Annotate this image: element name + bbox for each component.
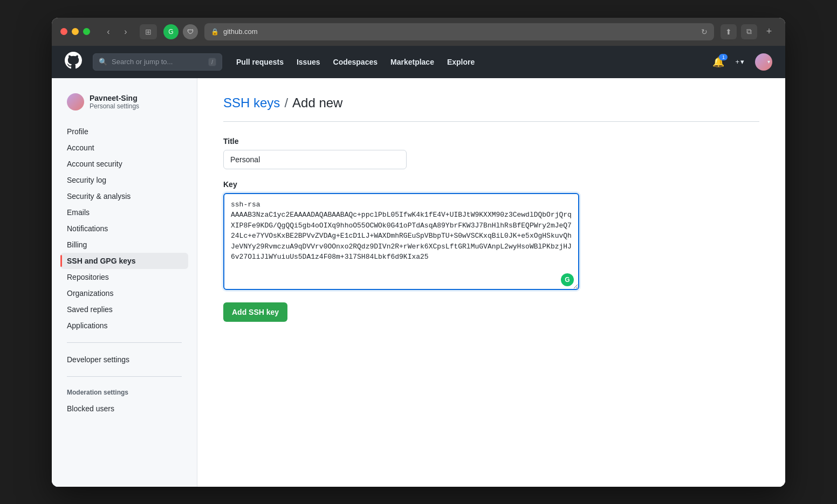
search-bar[interactable]: 🔍 Search or jump to... / <box>93 53 222 71</box>
sidebar-item-developer-settings[interactable]: Developer settings <box>60 351 188 368</box>
plus-chevron-icon: ▾ <box>740 58 744 66</box>
key-textarea[interactable] <box>223 193 579 290</box>
title-bar: ‹ › ⊞ G 🛡 🔒 github.com ↻ ⬆ ⧉ + <box>52 18 785 46</box>
traffic-lights <box>60 28 90 35</box>
breadcrumb-separator: / <box>284 95 288 111</box>
sidebar-item-emails[interactable]: Emails <box>60 204 188 220</box>
title-input[interactable] <box>223 150 407 169</box>
share-button[interactable]: ⬆ <box>721 24 737 39</box>
main-content: Pavneet-Sing Personal settings Profile A… <box>52 78 785 487</box>
title-form-group: Title <box>223 137 759 169</box>
github-navbar: 🔍 Search or jump to... / Pull requests I… <box>52 46 785 78</box>
plus-icon: + <box>735 58 739 66</box>
sidebar-moderation-section: Moderation settings Blocked users <box>60 385 188 417</box>
content-area: SSH keys / Add new Title Key G Add SSH k… <box>197 78 785 487</box>
browser-actions: ⬆ ⧉ + <box>721 24 777 39</box>
avatar-chevron-icon: ▾ <box>767 59 770 65</box>
sidebar-item-security-log[interactable]: Security log <box>60 172 188 188</box>
extension-shield-icon[interactable]: 🛡 <box>183 24 198 39</box>
search-kbd: / <box>208 58 216 66</box>
add-ssh-key-button[interactable]: Add SSH key <box>223 302 287 322</box>
page-title: Add new <box>292 95 342 111</box>
navbar-issues[interactable]: Issues <box>291 54 326 70</box>
back-button[interactable]: ‹ <box>101 24 116 39</box>
extensions-area: G 🛡 <box>163 24 198 39</box>
grammarly-button[interactable]: G <box>561 273 574 286</box>
sidebar-item-blocked-users[interactable]: Blocked users <box>60 401 188 417</box>
sidebar-username: Pavneet-Sing <box>90 94 139 102</box>
notifications-bell[interactable]: 🔔 1 <box>712 56 724 68</box>
lock-icon: 🔒 <box>211 28 219 36</box>
sidebar-item-notifications[interactable]: Notifications <box>60 220 188 237</box>
new-tab-button[interactable]: + <box>761 24 777 39</box>
forward-button[interactable]: › <box>118 24 133 39</box>
sidebar-toggle-button[interactable]: ⊞ <box>140 24 157 39</box>
sidebar-item-ssh-gpg-keys[interactable]: SSH and GPG keys <box>60 253 188 269</box>
sidebar-user-subtitle: Personal settings <box>90 102 139 110</box>
sidebar: Pavneet-Sing Personal settings Profile A… <box>52 78 197 487</box>
tabs-button[interactable]: ⧉ <box>741 24 757 39</box>
sidebar-item-security-analysis[interactable]: Security & analysis <box>60 188 188 204</box>
navbar-pull-requests[interactable]: Pull requests <box>231 54 289 70</box>
sidebar-item-account[interactable]: Account <box>60 140 188 156</box>
sidebar-item-profile[interactable]: Profile <box>60 123 188 140</box>
search-icon: 🔍 <box>99 58 107 66</box>
sidebar-main-section: Profile Account Account security Securit… <box>60 123 188 334</box>
refresh-icon[interactable]: ↻ <box>701 27 708 36</box>
github-logo[interactable] <box>65 52 82 72</box>
notifications-badge: 1 <box>719 54 728 60</box>
sidebar-divider-1 <box>67 342 182 343</box>
navbar-marketplace[interactable]: Marketplace <box>385 54 440 70</box>
sidebar-moderation-header: Moderation settings <box>60 385 188 399</box>
address-bar[interactable]: 🔒 github.com ↻ <box>204 23 714 40</box>
sidebar-item-applications[interactable]: Applications <box>60 317 188 334</box>
key-form-group: Key G <box>223 180 759 292</box>
create-new-button[interactable]: + ▾ <box>731 56 749 68</box>
url-text: github.com <box>223 27 258 36</box>
sidebar-user-info: Pavneet-Sing Personal settings <box>90 94 139 110</box>
user-avatar[interactable]: ▾ <box>755 53 772 71</box>
page-header: SSH keys / Add new <box>223 95 759 122</box>
extension-green-icon[interactable]: G <box>163 24 179 39</box>
navbar-links: Pull requests Issues Codespaces Marketpl… <box>231 54 480 70</box>
nav-arrows: ‹ › <box>101 24 133 39</box>
key-textarea-wrapper: G <box>223 193 579 292</box>
navbar-codespaces[interactable]: Codespaces <box>328 54 383 70</box>
minimize-traffic-light[interactable] <box>72 28 79 35</box>
key-label: Key <box>223 180 759 189</box>
breadcrumb-link[interactable]: SSH keys <box>223 95 280 111</box>
sidebar-item-account-security[interactable]: Account security <box>60 156 188 172</box>
title-label: Title <box>223 137 759 146</box>
sidebar-toggle-icon: ⊞ <box>145 27 152 36</box>
sidebar-user: Pavneet-Sing Personal settings <box>60 89 188 115</box>
search-placeholder: Search or jump to... <box>112 58 173 66</box>
maximize-traffic-light[interactable] <box>83 28 90 35</box>
sidebar-avatar <box>67 93 84 111</box>
sidebar-item-saved-replies[interactable]: Saved replies <box>60 301 188 317</box>
sidebar-item-billing[interactable]: Billing <box>60 237 188 253</box>
close-traffic-light[interactable] <box>60 28 67 35</box>
sidebar-developer-section: Developer settings <box>60 351 188 368</box>
sidebar-item-organizations[interactable]: Organizations <box>60 285 188 301</box>
sidebar-item-repositories[interactable]: Repositories <box>60 269 188 285</box>
navbar-explore[interactable]: Explore <box>442 54 480 70</box>
browser-window: ‹ › ⊞ G 🛡 🔒 github.com ↻ ⬆ ⧉ + 🔍 <box>52 18 785 487</box>
navbar-right: 🔔 1 + ▾ ▾ <box>712 53 772 71</box>
sidebar-divider-2 <box>67 376 182 377</box>
